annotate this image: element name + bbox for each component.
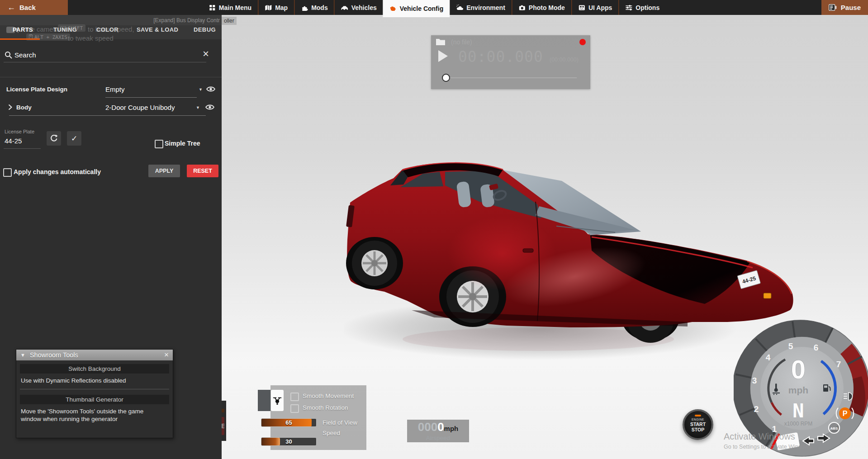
switch-background-note: Use with Dynamic Reflections disabled [21, 377, 169, 384]
license-plate-input-label: License Plate [5, 129, 34, 134]
menu-item-vehicles[interactable]: Vehicles [334, 0, 383, 15]
showroom-tools-title: Showroom Tools [30, 351, 78, 359]
input-underline [4, 148, 41, 149]
airspeed-leading-zeros: 000 [418, 420, 437, 434]
record-button[interactable] [579, 39, 586, 45]
car-icon [341, 4, 348, 11]
camera-speed-label: Speed [323, 430, 340, 436]
showroom-tools-header[interactable]: ▼ Showroom Tools × [16, 350, 173, 360]
replay-time-total: (00:00.000) [550, 57, 579, 63]
fov-slider[interactable]: 65 [261, 418, 317, 427]
tacho-number-2: 2 [754, 404, 759, 414]
engine-start-stop-button[interactable]: ENGINE START STOP [683, 409, 713, 440]
close-panel-icon[interactable]: × [203, 47, 209, 60]
collapse-triangle-icon[interactable]: ▼ [20, 352, 25, 358]
abs-indicator: ABS [829, 422, 840, 433]
menu-item-mods[interactable]: Mods [294, 0, 334, 15]
visibility-eye-icon[interactable] [206, 86, 215, 92]
menu-item-ui-apps[interactable]: UI Apps [571, 0, 618, 15]
search-underline [4, 62, 206, 62]
back-label: Back [19, 4, 36, 11]
panel-divider [0, 77, 222, 77]
license-plate-design-label: License Plate Design [6, 86, 67, 93]
bus-display-controller-label[interactable]: [Expand] Bus Display Contr [153, 17, 220, 24]
replay-file-label: (no file) [451, 38, 472, 46]
menu-item-environment[interactable]: Environment [450, 0, 512, 15]
bus-display-controller-tooltip: oller [222, 17, 237, 25]
menu-item-main-menu[interactable]: Main Menu [202, 0, 258, 15]
smooth-rotation-checkbox[interactable] [290, 404, 299, 413]
menu-item-photo-mode[interactable]: Photo Mode [512, 0, 571, 15]
body-label[interactable]: Body [16, 104, 32, 111]
airspeed-widget: 0000mph Airspeed [407, 420, 469, 442]
thumbnail-generator-button[interactable]: Thumbnail Generator [20, 395, 169, 404]
engine-button-led [695, 415, 701, 416]
camera-widget: Smooth Movement Smooth Rotation 65 Field… [258, 385, 366, 450]
weather-icon [456, 4, 463, 11]
smooth-rotation-label: Smooth Rotation [303, 404, 348, 411]
smooth-movement-label: Smooth Movement [303, 393, 354, 399]
back-button[interactable]: ← Back [0, 0, 68, 15]
apply-button[interactable]: APPLY [148, 165, 180, 177]
tab-color[interactable]: COLOR [96, 26, 119, 33]
replay-seek-handle[interactable] [442, 74, 450, 82]
gauge-speed-unit: mph [788, 385, 808, 395]
apply-auto-label: Apply changes automatically [14, 168, 101, 175]
puzzle-icon [301, 4, 308, 11]
license-plate-input[interactable]: 44-25 [5, 137, 22, 145]
gauge-gear-indicator: N [792, 400, 804, 422]
body-select[interactable]: 2-Door Coupe Unibody [105, 104, 175, 111]
app-window: 44-25 (no file) 00:00.000 (00:00.000) [0, 0, 868, 459]
confirm-plate-button[interactable]: ✓ [67, 131, 81, 146]
refresh-icon [50, 134, 58, 142]
tacho-number-7: 7 [836, 360, 841, 369]
pause-button[interactable]: Pause [821, 0, 868, 15]
camera-mode-orbit-button[interactable] [258, 390, 270, 411]
simple-tree-label: Simple Tree [165, 140, 200, 147]
reset-button[interactable]: RESET [187, 165, 218, 177]
chevron-down-icon[interactable]: ▼ [196, 105, 200, 110]
switch-background-button[interactable]: Switch Background [20, 364, 169, 374]
tab-save-load[interactable]: SAVE & LOAD [137, 26, 178, 33]
tacho-number-5: 5 [788, 341, 793, 351]
play-button[interactable] [437, 50, 448, 62]
fov-label: Field of View [323, 419, 357, 426]
sliders-icon [625, 4, 632, 11]
simple-tree-checkbox[interactable] [155, 140, 163, 148]
airspeed-value: 0 [437, 420, 444, 434]
menu-item-options[interactable]: Options [618, 0, 666, 15]
smooth-movement-checkbox[interactable] [290, 393, 299, 401]
tab-parts[interactable]: PARTS [13, 26, 33, 33]
menu-item-vehicle-config[interactable]: Vehicle Config [383, 0, 450, 17]
chevron-down-icon[interactable]: ▼ [199, 87, 203, 92]
visibility-eye-icon[interactable] [205, 104, 214, 110]
tab-debug[interactable]: DEBUG [194, 26, 216, 33]
close-icon[interactable]: × [164, 350, 169, 360]
divider [20, 389, 169, 389]
gauge-speed-value: 0 [791, 355, 806, 384]
folder-icon[interactable] [436, 38, 446, 46]
apply-auto-checkbox[interactable] [3, 168, 12, 177]
engine-button-line3: STOP [692, 427, 704, 432]
main-menu-bar: Main Menu Map Mods Vehicles [202, 0, 666, 15]
tacho-number-1: 1 [772, 424, 777, 434]
replay-time: 00:00.000 [458, 48, 543, 66]
showroom-tools-window: ▼ Showroom Tools × Switch Background Use… [16, 349, 173, 438]
replay-seek-track[interactable] [446, 77, 577, 78]
pause-icon [829, 4, 837, 11]
expand-chevron-icon[interactable] [8, 104, 12, 110]
ui-apps-icon [578, 4, 585, 11]
back-arrow-icon: ← [7, 3, 15, 12]
speed-slider[interactable]: 30 [261, 437, 317, 446]
row-underline [9, 115, 206, 116]
search-input[interactable]: Search [14, 51, 36, 59]
pause-label: Pause [841, 4, 861, 11]
tab-tuning[interactable]: TUNING [53, 26, 77, 33]
camera-mode-free-button[interactable] [271, 390, 284, 411]
thumbnail-generator-note: Move the 'Showroom Tools' outside the ga… [21, 407, 161, 423]
main-menu-icon [209, 4, 216, 11]
tacho-number-3: 3 [752, 376, 757, 385]
menu-item-map[interactable]: Map [258, 0, 294, 15]
regenerate-plate-button[interactable] [47, 131, 61, 146]
license-plate-design-select[interactable]: Empty [105, 85, 125, 93]
